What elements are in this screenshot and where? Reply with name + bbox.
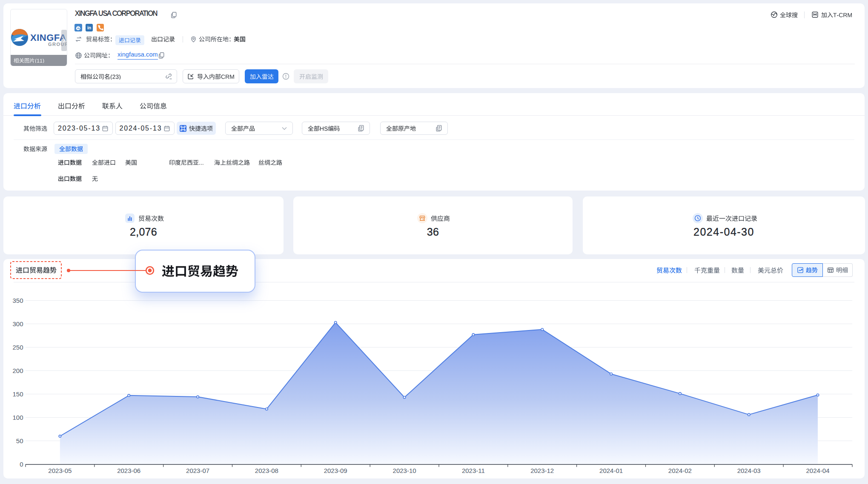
svg-text:2024-02: 2024-02 (668, 467, 692, 474)
svg-text:100: 100 (12, 414, 23, 421)
svg-text:150: 150 (12, 390, 23, 398)
svg-text:2023-12: 2023-12 (530, 467, 554, 474)
svg-text:2024-03: 2024-03 (737, 467, 761, 474)
svg-text:2023-11: 2023-11 (462, 467, 485, 474)
svg-text:2023-08: 2023-08 (255, 467, 278, 474)
svg-text:2023-07: 2023-07 (186, 467, 209, 474)
svg-text:2023-05: 2023-05 (48, 467, 72, 474)
svg-text:0: 0 (20, 461, 23, 468)
svg-text:2024-01: 2024-01 (599, 467, 623, 474)
svg-text:2023-09: 2023-09 (324, 467, 347, 474)
svg-text:2024-04: 2024-04 (806, 467, 829, 474)
svg-text:2023-06: 2023-06 (117, 467, 140, 474)
svg-text:300: 300 (12, 320, 23, 327)
svg-text:250: 250 (12, 344, 23, 351)
svg-text:50: 50 (16, 437, 23, 444)
svg-text:200: 200 (12, 367, 23, 374)
svg-text:2023-10: 2023-10 (393, 467, 416, 474)
svg-text:350: 350 (12, 297, 23, 304)
